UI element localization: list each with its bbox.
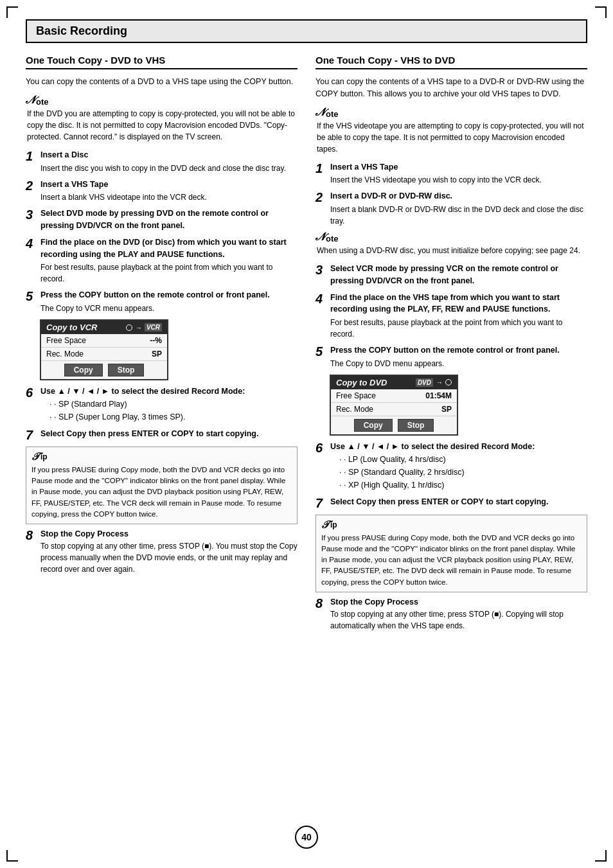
right-note-n-icon: 𝒩: [315, 107, 324, 118]
step-title-3: Select DVD mode by pressing DVD on the r…: [40, 209, 269, 230]
menu-dvd-freespace-label: Free Space: [336, 391, 376, 400]
note-ote-label: ote: [36, 97, 49, 107]
col-left: One Touch Copy - DVD to VHS You can copy…: [26, 55, 298, 636]
right-tip-text: If you press PAUSE during Copy mode, bot…: [321, 533, 582, 588]
right-tip-box: 𝒯 ip If you press PAUSE during Copy mode…: [315, 515, 587, 592]
menu-dvd-copy-btn[interactable]: Copy: [354, 419, 393, 432]
step-num-4: 4: [26, 236, 37, 251]
step-num-1: 1: [26, 149, 37, 163]
right-step-num-8: 8: [315, 596, 327, 610]
corner-tr: [595, 6, 607, 18]
menu-vcr-title-row: Copy to VCR → VCR: [41, 321, 167, 334]
step-title-6: Use ▲ / ▼ / ◄ / ► to select the desired …: [40, 387, 245, 396]
menu-dvd-title-row: Copy to DVD DVD →: [331, 376, 457, 389]
right-step-num-3: 3: [315, 263, 327, 277]
right-step-8: 8 Stop the Copy Process To stop copying …: [315, 596, 587, 632]
menu-dvd-btn-row: Copy Stop: [331, 416, 457, 434]
right-step-1: 1 Insert a VHS Tape Insert the VHS video…: [315, 161, 587, 186]
step-title-1: Insert a Disc: [40, 150, 88, 159]
menu-vcr-copy-btn[interactable]: Copy: [64, 364, 103, 376]
left-note-text: If the DVD you are attempting to copy is…: [27, 108, 298, 143]
right-step-6: 6 Use ▲ / ▼ / ◄ / ► to select the desire…: [315, 441, 587, 492]
left-note-icon-row: 𝒩 ote: [26, 94, 298, 107]
step-title-8: Stop the Copy Process: [40, 529, 129, 538]
corner-tl: [6, 6, 18, 18]
step-body-5: The Copy to VCR menu appears.: [40, 303, 298, 314]
left-tip-icon-row: 𝒯 ip: [31, 451, 292, 463]
menu-vcr-stop-btn[interactable]: Stop: [108, 364, 145, 376]
step-content-6: Use ▲ / ▼ / ◄ / ► to select the desired …: [40, 385, 298, 423]
note-n-icon: 𝒩: [26, 94, 35, 105]
step-num-6: 6: [26, 385, 37, 400]
right-step-body-2: Insert a blank DVD-R or DVD-RW disc in t…: [330, 204, 587, 227]
step-num-7: 7: [26, 428, 37, 442]
right-step-content-3: Select VCR mode by pressing VCR on the r…: [330, 263, 587, 287]
right-step-title-6: Use ▲ / ▼ / ◄ / ► to select the desired …: [330, 442, 535, 451]
page-number: 40: [301, 832, 312, 842]
step6-modes-list: · SP (Standard Play) · SLP (Super Long P…: [49, 398, 298, 423]
menu-dvd-stop-btn[interactable]: Stop: [398, 419, 434, 432]
menu-dvd-title: Copy to DVD: [336, 378, 387, 387]
step-num-3: 3: [26, 208, 37, 222]
dvd-icon-label: DVD: [416, 378, 433, 387]
step-title-2: Insert a VHS Tape: [40, 180, 108, 189]
arrow-icon: →: [135, 324, 142, 332]
page-title-box: Basic Recording: [26, 19, 587, 43]
right-tip-ip-label: ip: [330, 520, 337, 529]
page-title: Basic Recording: [36, 24, 127, 37]
menu-vcr-box: Copy to VCR → VCR Free Space --% Rec. Mo…: [40, 319, 168, 380]
menu-vcr-btn-row: Copy Stop: [41, 361, 167, 379]
right-step-num-6: 6: [315, 441, 327, 455]
left-step-4: 4 Find the place on the DVD (or Disc) fr…: [26, 236, 298, 285]
step-title-5: Press the COPY button on the remote cont…: [40, 290, 270, 299]
right-note1-box: 𝒩 ote If the VHS videotape you are attem…: [315, 107, 587, 155]
page-container: Basic Recording One Touch Copy - DVD to …: [0, 0, 613, 868]
right-step-content-5: Press the COPY button on the remote cont…: [330, 344, 587, 369]
right-step-content-7: Select Copy then press ENTER or COPY to …: [330, 496, 587, 508]
right-note2-box: 𝒩 ote When using a DVD-RW disc, you must…: [315, 231, 587, 256]
right-note1-text: If the VHS videotape you are attempting …: [317, 120, 587, 155]
step-body-1: Insert the disc you wish to copy in the …: [40, 163, 298, 174]
tip-T-icon: 𝒯: [31, 451, 38, 463]
right-step-content-6: Use ▲ / ▼ / ◄ / ► to select the desired …: [330, 441, 587, 492]
right-step-num-7: 7: [315, 496, 327, 510]
circle2-icon: [445, 379, 452, 385]
col-right: One Touch Copy - VHS to DVD You can copy…: [315, 55, 587, 636]
left-step-3: 3 Select DVD mode by pressing DVD on the…: [26, 208, 298, 232]
right-step-body-8: To stop copying at any other time, press…: [330, 608, 587, 632]
right-step-body-5: The Copy to DVD menu appears.: [330, 358, 587, 369]
menu-dvd-recmode-value: SP: [441, 405, 452, 414]
menu-dvd-recmode-label: Rec. Mode: [336, 405, 373, 414]
right-step-title-7: Select Copy then press ENTER or COPY to …: [330, 497, 548, 506]
step-content-3: Select DVD mode by pressing DVD on the r…: [40, 208, 298, 232]
menu-vcr-icons: → VCR: [126, 323, 162, 332]
corner-br: [595, 850, 607, 862]
right-step-title-8: Stop the Copy Process: [330, 598, 418, 607]
left-step-7: 7 Select Copy then press ENTER or COPY t…: [26, 428, 298, 442]
menu-vcr-recmode-row: Rec. Mode SP: [41, 348, 167, 361]
circle-icon: [126, 324, 132, 331]
step-body-2: Insert a blank VHS videotape into the VC…: [40, 191, 298, 203]
left-intro: You can copy the contents of a DVD to a …: [26, 76, 298, 88]
right-section-heading: One Touch Copy - VHS to DVD: [315, 55, 587, 69]
step-title-4: Find the place on the DVD (or Disc) from…: [40, 238, 287, 259]
page-number-box: 40: [295, 826, 318, 849]
step-content-5: Press the COPY button on the remote cont…: [40, 289, 298, 314]
menu-vcr-freespace-value: --%: [150, 336, 162, 345]
right-step-2: 2 Insert a DVD-R or DVD-RW disc. Insert …: [315, 190, 587, 227]
right-note-ote-label: ote: [326, 109, 339, 119]
left-step-5: 5 Press the COPY button on the remote co…: [26, 289, 298, 314]
right-step6-mode-2: · XP (High Quality, 1 hr/disc): [339, 479, 587, 492]
step-body-4: For best results, pause playback at the …: [40, 261, 298, 285]
right-note2-ote-label: ote: [326, 234, 339, 244]
step-content-2: Insert a VHS Tape Insert a blank VHS vid…: [40, 179, 298, 204]
right-step-num-2: 2: [315, 190, 327, 204]
menu-dvd-freespace-row: Free Space 01:54M: [331, 389, 457, 403]
step-content-1: Insert a Disc Insert the disc you wish t…: [40, 149, 298, 174]
right-step-title-3: Select VCR mode by pressing VCR on the r…: [330, 264, 558, 285]
right-note2-icon-row: 𝒩 ote: [315, 231, 587, 244]
right-step6-mode-1: · SP (Standard Quality, 2 hrs/disc): [339, 466, 587, 479]
arrow-right-icon: →: [436, 378, 443, 386]
right-step-num-1: 1: [315, 161, 327, 175]
right-step-7: 7 Select Copy then press ENTER or COPY t…: [315, 496, 587, 510]
